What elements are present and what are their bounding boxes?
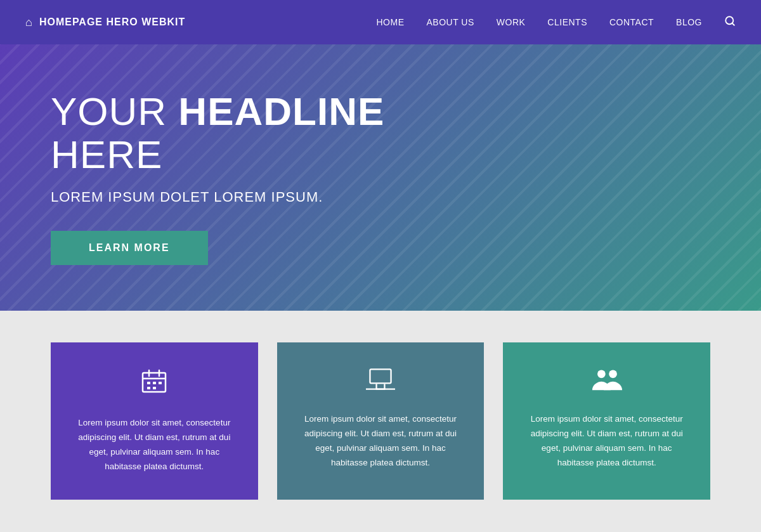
nav-link-contact[interactable]: CONTACT	[609, 17, 654, 27]
search-icon[interactable]	[724, 16, 736, 29]
nav-item-about[interactable]: ABOUT US	[426, 16, 474, 28]
svg-rect-9	[147, 387, 150, 389]
home-icon: ⌂	[25, 16, 33, 29]
laptop-icon	[366, 368, 395, 396]
nav-item-work[interactable]: WORK	[497, 16, 526, 28]
svg-line-1	[732, 23, 734, 25]
nav-menu: HOME ABOUT US WORK CLIENTS CONTACT BLOG	[376, 15, 736, 30]
brand-name: HOMEPAGE HERO WEBKIT	[39, 16, 185, 28]
card-1-text: Lorem ipsum dolor sit amet, consectetur …	[73, 416, 236, 474]
brand-logo: ⌂ HOMEPAGE HERO WEBKIT	[25, 16, 185, 29]
card-1: Lorem ipsum dolor sit amet, consectetur …	[51, 342, 258, 500]
hero-title-bold: HEADLINE	[178, 89, 384, 133]
nav-item-home[interactable]: HOME	[376, 16, 404, 28]
hero-subtitle: LOREM IPSUM DOLET LOREM IPSUM.	[51, 189, 444, 205]
svg-rect-8	[159, 382, 162, 384]
svg-point-16	[597, 370, 606, 378]
card-2: Lorem ipsum dolor sit amet, consectetur …	[277, 342, 485, 500]
card-2-text: Lorem ipsum dolor sit amet, consectetur …	[299, 412, 462, 470]
svg-rect-6	[147, 382, 150, 384]
hero-title-part2: HERE	[51, 133, 162, 176]
nav-item-contact[interactable]: CONTACT	[609, 16, 654, 28]
hero-section: YOUR HEADLINE HERE LOREM IPSUM DOLET LOR…	[0, 44, 761, 311]
learn-more-button[interactable]: LEARN MORE	[51, 231, 208, 265]
svg-rect-10	[153, 387, 156, 389]
nav-item-clients[interactable]: CLIENTS	[547, 16, 587, 28]
hero-title: YOUR HEADLINE HERE	[51, 90, 444, 176]
card-3-text: Lorem ipsum dolor sit amet, consectetur …	[525, 412, 688, 470]
team-icon	[591, 368, 623, 396]
svg-point-17	[609, 370, 617, 378]
svg-rect-7	[153, 382, 156, 384]
calendar-icon	[141, 368, 167, 400]
nav-link-home[interactable]: HOME	[376, 17, 404, 27]
hero-content: YOUR HEADLINE HERE LOREM IPSUM DOLET LOR…	[0, 90, 444, 265]
hero-title-part1: YOUR	[51, 89, 178, 133]
nav-item-blog[interactable]: BLOG	[676, 16, 702, 28]
nav-link-clients[interactable]: CLIENTS	[547, 17, 587, 27]
card-3: Lorem ipsum dolor sit amet, consectetur …	[503, 342, 710, 500]
nav-link-work[interactable]: WORK	[497, 17, 526, 27]
nav-link-blog[interactable]: BLOG	[676, 17, 702, 27]
svg-rect-11	[370, 369, 391, 383]
search-button[interactable]	[724, 15, 736, 30]
navbar: ⌂ HOMEPAGE HERO WEBKIT HOME ABOUT US WOR…	[0, 0, 761, 44]
cards-section: Lorem ipsum dolor sit amet, consectetur …	[0, 311, 761, 532]
nav-link-about[interactable]: ABOUT US	[426, 17, 474, 27]
